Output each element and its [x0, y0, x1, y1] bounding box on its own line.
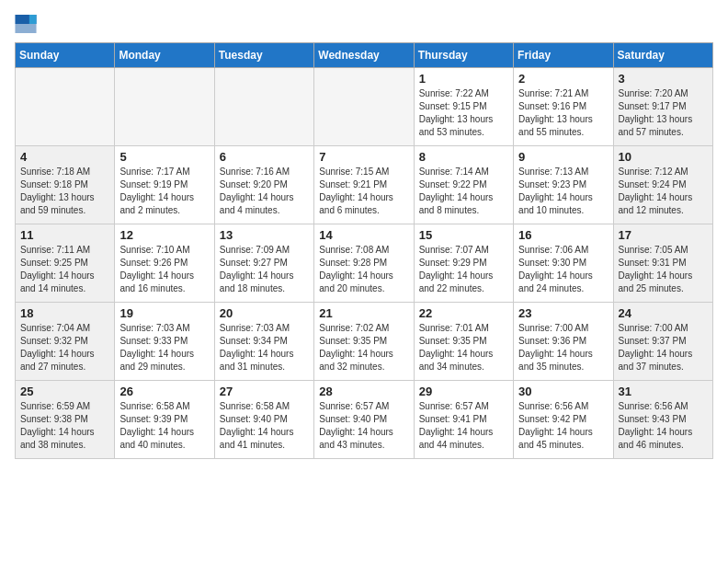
day-number: 21 [319, 306, 408, 320]
day-info: Sunrise: 6:56 AM Sunset: 9:43 PM Dayligh… [619, 400, 708, 452]
day-number: 2 [518, 72, 608, 86]
day-number: 11 [20, 228, 109, 242]
day-number: 7 [319, 150, 408, 164]
day-info: Sunrise: 6:58 AM Sunset: 9:39 PM Dayligh… [119, 400, 209, 452]
calendar-cell: 5Sunrise: 7:17 AM Sunset: 9:19 PM Daylig… [115, 146, 214, 224]
day-info: Sunrise: 7:12 AM Sunset: 9:24 PM Dayligh… [619, 166, 708, 217]
day-info: Sunrise: 7:13 AM Sunset: 9:23 PM Dayligh… [518, 166, 608, 217]
day-number: 4 [20, 150, 109, 164]
day-info: Sunrise: 7:10 AM Sunset: 9:26 PM Dayligh… [119, 244, 209, 295]
day-info: Sunrise: 7:08 AM Sunset: 9:28 PM Dayligh… [319, 244, 408, 295]
day-number: 5 [119, 150, 209, 164]
day-number: 28 [319, 385, 408, 398]
calendar-cell: 18Sunrise: 7:04 AM Sunset: 9:32 PM Dayli… [16, 303, 115, 381]
calendar-cell: 17Sunrise: 7:05 AM Sunset: 9:31 PM Dayli… [613, 224, 712, 303]
column-header-tuesday: Tuesday [214, 43, 313, 68]
day-number: 13 [220, 228, 309, 242]
calendar-week-4: 18Sunrise: 7:04 AM Sunset: 9:32 PM Dayli… [16, 303, 713, 381]
calendar-week-1: 1Sunrise: 7:22 AM Sunset: 9:15 PM Daylig… [16, 68, 713, 146]
day-number: 27 [220, 385, 309, 398]
calendar-cell: 13Sunrise: 7:09 AM Sunset: 9:27 PM Dayli… [214, 224, 313, 303]
day-number: 8 [419, 150, 508, 164]
day-info: Sunrise: 7:06 AM Sunset: 9:30 PM Dayligh… [518, 244, 608, 295]
svg-marker-2 [29, 15, 37, 24]
calendar-cell: 12Sunrise: 7:10 AM Sunset: 9:26 PM Dayli… [115, 224, 214, 303]
day-number: 24 [619, 306, 708, 320]
day-number: 10 [619, 150, 708, 164]
calendar-cell: 15Sunrise: 7:07 AM Sunset: 9:29 PM Dayli… [414, 224, 513, 303]
day-info: Sunrise: 7:03 AM Sunset: 9:34 PM Dayligh… [220, 322, 309, 373]
day-number: 20 [220, 306, 309, 320]
calendar-cell: 26Sunrise: 6:58 AM Sunset: 9:39 PM Dayli… [115, 381, 214, 459]
calendar-cell [16, 68, 115, 146]
calendar-cell [214, 68, 313, 146]
calendar-cell [115, 68, 214, 146]
calendar-cell: 30Sunrise: 6:56 AM Sunset: 9:42 PM Dayli… [514, 381, 613, 459]
logo-icon [15, 15, 37, 33]
calendar-cell: 23Sunrise: 7:00 AM Sunset: 9:36 PM Dayli… [514, 303, 613, 381]
day-info: Sunrise: 7:00 AM Sunset: 9:37 PM Dayligh… [619, 322, 708, 373]
day-info: Sunrise: 7:02 AM Sunset: 9:35 PM Dayligh… [319, 322, 408, 373]
calendar-week-2: 4Sunrise: 7:18 AM Sunset: 9:18 PM Daylig… [16, 146, 713, 224]
calendar-cell: 25Sunrise: 6:59 AM Sunset: 9:38 PM Dayli… [16, 381, 115, 459]
day-number: 12 [119, 228, 209, 242]
day-info: Sunrise: 7:16 AM Sunset: 9:20 PM Dayligh… [220, 166, 309, 217]
day-info: Sunrise: 7:15 AM Sunset: 9:21 PM Dayligh… [319, 166, 408, 217]
day-info: Sunrise: 6:56 AM Sunset: 9:42 PM Dayligh… [518, 400, 608, 452]
calendar-cell [314, 68, 414, 146]
calendar-cell: 29Sunrise: 6:57 AM Sunset: 9:41 PM Dayli… [414, 381, 513, 459]
day-number: 3 [619, 72, 708, 86]
day-info: Sunrise: 6:58 AM Sunset: 9:40 PM Dayligh… [220, 400, 309, 452]
calendar-cell: 21Sunrise: 7:02 AM Sunset: 9:35 PM Dayli… [314, 303, 414, 381]
day-number: 26 [119, 385, 209, 398]
day-number: 9 [518, 150, 608, 164]
calendar-table: SundayMondayTuesdayWednesdayThursdayFrid… [15, 42, 713, 459]
day-number: 6 [220, 150, 309, 164]
day-info: Sunrise: 7:00 AM Sunset: 9:36 PM Dayligh… [518, 322, 608, 373]
day-info: Sunrise: 7:14 AM Sunset: 9:22 PM Dayligh… [419, 166, 508, 217]
logo [15, 15, 40, 33]
calendar-cell: 22Sunrise: 7:01 AM Sunset: 9:35 PM Dayli… [414, 303, 513, 381]
day-info: Sunrise: 7:05 AM Sunset: 9:31 PM Dayligh… [619, 244, 708, 295]
day-number: 18 [20, 306, 109, 320]
calendar-cell: 9Sunrise: 7:13 AM Sunset: 9:23 PM Daylig… [514, 146, 613, 224]
column-header-sunday: Sunday [16, 43, 115, 68]
calendar-cell: 24Sunrise: 7:00 AM Sunset: 9:37 PM Dayli… [613, 303, 712, 381]
calendar-cell: 1Sunrise: 7:22 AM Sunset: 9:15 PM Daylig… [414, 68, 513, 146]
calendar-cell: 8Sunrise: 7:14 AM Sunset: 9:22 PM Daylig… [414, 146, 513, 224]
day-info: Sunrise: 7:17 AM Sunset: 9:19 PM Dayligh… [119, 166, 209, 217]
column-header-wednesday: Wednesday [314, 43, 414, 68]
calendar-cell: 4Sunrise: 7:18 AM Sunset: 9:18 PM Daylig… [16, 146, 115, 224]
day-number: 29 [419, 385, 508, 398]
day-info: Sunrise: 7:07 AM Sunset: 9:29 PM Dayligh… [419, 244, 508, 295]
day-info: Sunrise: 7:18 AM Sunset: 9:18 PM Dayligh… [20, 166, 109, 217]
column-header-thursday: Thursday [414, 43, 513, 68]
day-info: Sunrise: 6:59 AM Sunset: 9:38 PM Dayligh… [20, 400, 109, 452]
day-number: 22 [419, 306, 508, 320]
day-info: Sunrise: 7:20 AM Sunset: 9:17 PM Dayligh… [619, 87, 708, 139]
column-header-monday: Monday [115, 43, 214, 68]
calendar-cell: 31Sunrise: 6:56 AM Sunset: 9:43 PM Dayli… [613, 381, 712, 459]
calendar-cell: 3Sunrise: 7:20 AM Sunset: 9:17 PM Daylig… [613, 68, 712, 146]
calendar-week-3: 11Sunrise: 7:11 AM Sunset: 9:25 PM Dayli… [16, 224, 713, 303]
day-number: 23 [518, 306, 608, 320]
calendar-week-5: 25Sunrise: 6:59 AM Sunset: 9:38 PM Dayli… [16, 381, 713, 459]
day-info: Sunrise: 7:21 AM Sunset: 9:16 PM Dayligh… [518, 87, 608, 139]
day-info: Sunrise: 7:22 AM Sunset: 9:15 PM Dayligh… [419, 87, 508, 139]
day-number: 1 [419, 72, 508, 86]
day-number: 15 [419, 228, 508, 242]
calendar-cell: 19Sunrise: 7:03 AM Sunset: 9:33 PM Dayli… [115, 303, 214, 381]
calendar-cell: 16Sunrise: 7:06 AM Sunset: 9:30 PM Dayli… [514, 224, 613, 303]
day-number: 25 [20, 385, 109, 398]
day-number: 30 [518, 385, 608, 398]
day-number: 17 [619, 228, 708, 242]
calendar-cell: 27Sunrise: 6:58 AM Sunset: 9:40 PM Dayli… [214, 381, 313, 459]
day-number: 16 [518, 228, 608, 242]
day-info: Sunrise: 6:57 AM Sunset: 9:41 PM Dayligh… [419, 400, 508, 452]
day-number: 19 [119, 306, 209, 320]
calendar-cell: 20Sunrise: 7:03 AM Sunset: 9:34 PM Dayli… [214, 303, 313, 381]
day-info: Sunrise: 6:57 AM Sunset: 9:40 PM Dayligh… [319, 400, 408, 452]
calendar-cell: 2Sunrise: 7:21 AM Sunset: 9:16 PM Daylig… [514, 68, 613, 146]
day-info: Sunrise: 7:01 AM Sunset: 9:35 PM Dayligh… [419, 322, 508, 373]
calendar-cell: 28Sunrise: 6:57 AM Sunset: 9:40 PM Dayli… [314, 381, 414, 459]
